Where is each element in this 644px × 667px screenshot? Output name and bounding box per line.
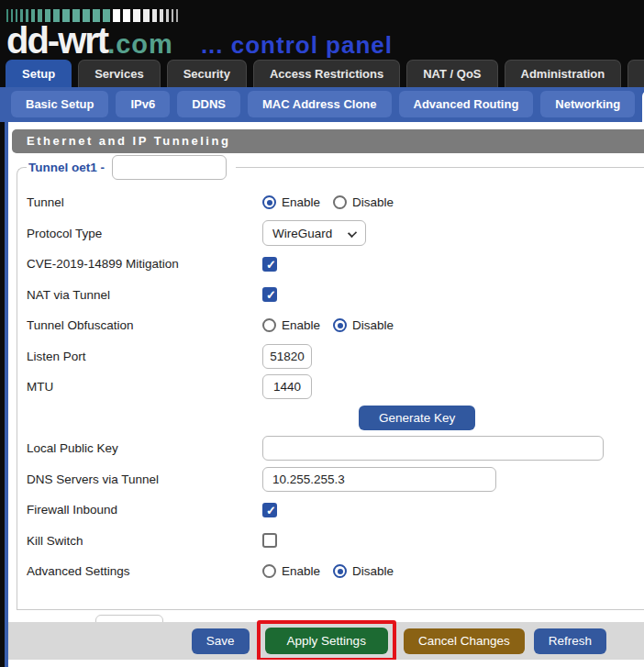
row-tunnel: Tunnel Enable Disable bbox=[27, 187, 644, 218]
tab-services[interactable]: Services bbox=[78, 60, 161, 87]
row-tunnel-obfuscation: Tunnel Obfuscation Enable Disable bbox=[27, 310, 644, 341]
content-area: Ethernet and IP Tunneling Tunnel oet1 - … bbox=[0, 122, 644, 667]
cve-mitigation-label: CVE-2019-14899 Mitigation bbox=[27, 257, 262, 271]
row-listen-port: Listen Port bbox=[27, 341, 644, 372]
tab-nat-qos[interactable]: NAT / QoS bbox=[406, 60, 497, 87]
row-generate-key: Generate Key bbox=[27, 403, 644, 434]
firewall-inbound-label: Firewall Inbound bbox=[27, 503, 262, 517]
apply-settings-button[interactable]: Apply Settings bbox=[265, 628, 388, 654]
footer-action-bar: Save Apply Settings Cancel Changes Refre… bbox=[0, 622, 644, 660]
bottom-margin bbox=[0, 660, 644, 667]
row-nat-via-tunnel: NAT via Tunnel bbox=[27, 280, 644, 311]
form-rows: Tunnel Enable Disable Protocol Type Wire… bbox=[27, 182, 644, 587]
subtab-networking[interactable]: Networking bbox=[540, 91, 635, 117]
cancel-changes-button[interactable]: Cancel Changes bbox=[404, 628, 525, 654]
tunnel-name-input[interactable] bbox=[112, 155, 227, 180]
cve-mitigation-checkbox[interactable] bbox=[262, 257, 277, 272]
row-kill-switch: Kill Switch bbox=[27, 526, 644, 557]
generate-key-button[interactable]: Generate Key bbox=[359, 406, 475, 430]
section-title: Ethernet and IP Tunneling bbox=[12, 129, 644, 153]
advanced-settings-label: Advanced Settings bbox=[27, 564, 262, 578]
kill-switch-checkbox[interactable] bbox=[262, 533, 277, 548]
obfuscation-disable-radio[interactable] bbox=[333, 318, 347, 332]
dd-wrt-control-panel: dd-wrt.com... control panel Setup Servic… bbox=[0, 0, 644, 667]
listen-port-label: Listen Port bbox=[27, 350, 262, 363]
sub-tab-bar: Basic Setup IPv6 DDNS MAC Address Clone … bbox=[0, 87, 644, 122]
advanced-disable-label: Disable bbox=[352, 564, 394, 578]
local-public-key-input[interactable] bbox=[262, 436, 604, 461]
tab-security[interactable]: Security bbox=[167, 60, 247, 87]
row-dns-servers: DNS Servers via Tunnel bbox=[27, 464, 644, 495]
tunnel-disable-radio[interactable] bbox=[333, 195, 347, 209]
subtab-advanced-routing[interactable]: Advanced Routing bbox=[399, 91, 534, 117]
dns-servers-input[interactable] bbox=[262, 467, 496, 492]
tunnel-enable-radio[interactable] bbox=[262, 195, 276, 209]
obfuscation-enable-label: Enable bbox=[282, 318, 320, 332]
row-local-public-key: Local Public Key bbox=[27, 433, 644, 464]
tab-administration[interactable]: Administration bbox=[505, 60, 622, 87]
local-public-key-label: Local Public Key bbox=[27, 441, 262, 455]
tunnel-fieldset: Tunnel oet1 - Tunnel Enable Disable Prot… bbox=[17, 155, 644, 610]
tunnel-obfuscation-label: Tunnel Obfuscation bbox=[27, 318, 262, 332]
brand-tagline: ... control panel bbox=[201, 31, 393, 58]
apply-settings-highlight-box: Apply Settings bbox=[257, 620, 396, 661]
brand-tld: .com bbox=[107, 29, 173, 58]
firewall-inbound-checkbox[interactable] bbox=[262, 503, 277, 517]
tab-status[interactable]: Status bbox=[627, 60, 644, 87]
subtab-ddns[interactable]: DDNS bbox=[177, 91, 240, 117]
save-button[interactable]: Save bbox=[192, 628, 250, 654]
advanced-enable-label: Enable bbox=[282, 564, 320, 578]
subtab-basic-setup[interactable]: Basic Setup bbox=[11, 91, 108, 117]
row-advanced-settings: Advanced Settings Enable Disable bbox=[27, 556, 644, 587]
tunnel-legend-label: Tunnel oet1 - bbox=[28, 161, 105, 174]
nat-via-tunnel-label: NAT via Tunnel bbox=[27, 288, 262, 302]
dns-servers-label: DNS Servers via Tunnel bbox=[27, 472, 262, 486]
row-protocol-type: Protocol Type WireGuard bbox=[27, 218, 644, 250]
obfuscation-disable-label: Disable bbox=[352, 318, 394, 332]
page-left-border bbox=[0, 122, 8, 667]
listen-port-input[interactable] bbox=[262, 344, 312, 369]
brand-name: dd-wrt bbox=[6, 20, 107, 58]
main-tab-bar: Setup Services Security Access Restricti… bbox=[0, 58, 644, 87]
tab-access-restrictions[interactable]: Access Restrictions bbox=[253, 60, 400, 87]
tunnel-disable-label: Disable bbox=[352, 195, 394, 209]
protocol-type-select[interactable]: WireGuard bbox=[262, 220, 366, 246]
tunnel-legend: Tunnel oet1 - bbox=[27, 155, 236, 180]
mtu-label: MTU bbox=[27, 380, 262, 394]
refresh-button[interactable]: Refresh bbox=[534, 628, 606, 654]
chevron-down-icon bbox=[348, 228, 357, 238]
protocol-type-label: Protocol Type bbox=[27, 227, 262, 240]
brand: dd-wrt.com... control panel bbox=[6, 20, 393, 58]
header: dd-wrt.com... control panel bbox=[0, 0, 644, 58]
mtu-input[interactable] bbox=[262, 374, 312, 399]
tab-setup[interactable]: Setup bbox=[6, 60, 72, 87]
tunnel-enable-label: Enable bbox=[282, 195, 320, 209]
subtab-mac-address-clone[interactable]: MAC Address Clone bbox=[248, 91, 391, 117]
row-firewall-inbound: Firewall Inbound bbox=[27, 495, 644, 526]
protocol-type-value: WireGuard bbox=[272, 227, 332, 240]
row-mtu: MTU bbox=[27, 372, 644, 403]
tunnel-label: Tunnel bbox=[27, 195, 262, 209]
advanced-enable-radio[interactable] bbox=[262, 564, 276, 578]
advanced-disable-radio[interactable] bbox=[333, 564, 347, 578]
kill-switch-label: Kill Switch bbox=[27, 534, 262, 548]
subtab-ipv6[interactable]: IPv6 bbox=[116, 91, 170, 117]
obfuscation-enable-radio[interactable] bbox=[262, 318, 276, 332]
row-cve-mitigation: CVE-2019-14899 Mitigation bbox=[27, 249, 644, 280]
nat-via-tunnel-checkbox[interactable] bbox=[262, 287, 277, 302]
